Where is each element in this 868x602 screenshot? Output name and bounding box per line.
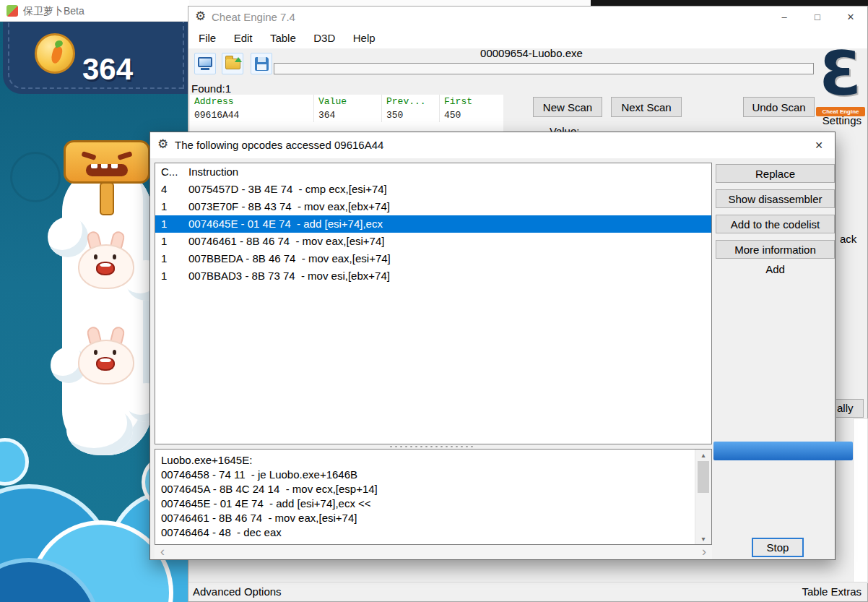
clipped-label: ack	[840, 233, 856, 245]
angry-sign	[64, 140, 150, 184]
opcode-row[interactable]: 10073E70F - 8B 43 74 - mov eax,[ebx+74]	[155, 198, 711, 215]
undo-scan-button[interactable]: Undo Scan	[743, 97, 815, 117]
found-table-header: AddressValuePrev...First	[190, 95, 503, 108]
sign-eye	[117, 151, 132, 160]
sign-post	[100, 182, 114, 215]
opcode-row-selected[interactable]: 10074645E - 01 4E 74 - add [esi+74],ecx	[155, 215, 711, 233]
disassembly-panel: Luobo.exe+1645E: 00746458 - 74 11 - je L…	[155, 449, 712, 545]
coin-count: 364	[82, 52, 133, 87]
coin-icon	[35, 33, 75, 74]
horizontal-scrollbar[interactable]: ‹ ›	[155, 545, 712, 559]
vertical-scrollbar[interactable]: ▴ ▾	[695, 450, 711, 544]
game-app-icon	[6, 5, 18, 17]
opcode-row[interactable]: 1007BBAD3 - 8B 73 74 - mov esi,[ebx+74]	[155, 267, 711, 285]
coin-panel: 364	[3, 22, 189, 94]
monitor-icon	[198, 57, 212, 67]
add-label[interactable]: Add	[716, 263, 835, 275]
ce-window-title: Cheat Engine 7.4	[212, 7, 295, 28]
scroll-left-icon[interactable]: ‹	[160, 545, 165, 559]
more-information-button[interactable]: More information	[716, 240, 835, 259]
game-window-title: 保卫萝卜Beta	[23, 0, 84, 22]
dialog-titlebar: ⚙ The following opcodes accessed 09616A4…	[150, 132, 835, 158]
show-disassembler-button[interactable]: Show disassembler	[716, 189, 835, 208]
dialog-close-icon[interactable]: ✕	[803, 132, 835, 158]
carrot-icon	[50, 46, 64, 65]
scan-progress-bar	[274, 63, 814, 74]
gear-icon: ⚙	[157, 137, 168, 152]
disassembly-line: 00746461 - 8B 46 74 - mov eax,[esi+74]	[161, 511, 706, 525]
scroll-right-icon[interactable]: ›	[702, 545, 706, 559]
top-strip-dark	[591, 0, 868, 6]
advanced-options-toggle[interactable]: Advanced Options	[193, 582, 282, 601]
found-label: Found:	[191, 82, 225, 95]
stop-button[interactable]: Stop	[752, 538, 804, 557]
dialog-title: The following opcodes accessed 09616A44	[175, 132, 383, 158]
ce-titlebar: ⚙ Cheat Engine 7.4 – □ ✕	[188, 7, 867, 28]
game-titlebar: 保卫萝卜Beta	[0, 0, 189, 22]
settings-link[interactable]: Settings	[823, 114, 862, 126]
leaf-icon	[54, 40, 64, 48]
menu-table[interactable]: Table	[263, 28, 303, 48]
table-extras-toggle[interactable]: Table Extras	[802, 582, 862, 601]
floppy-save-icon	[255, 57, 269, 71]
top-strip	[189, 0, 591, 6]
wave-cloud	[0, 438, 29, 486]
opcode-list-header: C...Instruction	[155, 163, 711, 181]
scrollbar-thumb[interactable]	[698, 461, 709, 493]
ce-logo-glyph: Ɛ	[814, 43, 867, 105]
found-address-table[interactable]: AddressValuePrev...First 09616A443643504…	[190, 95, 503, 132]
menu-d3d[interactable]: D3D	[306, 28, 342, 48]
close-icon[interactable]: ✕	[834, 7, 867, 28]
opcode-row[interactable]: 1007BBEDA - 8B 46 74 - mov eax,[esi+74]	[155, 250, 711, 267]
disassembly-line: 00746464 - 48 - dec eax	[161, 525, 706, 540]
background-swirl	[10, 152, 61, 202]
address-list-edge	[853, 418, 868, 583]
count-column-header: C...	[155, 163, 183, 181]
opcode-list: C...Instruction 40075457D - 3B 4E 74 - c…	[155, 163, 712, 444]
replace-button[interactable]: Replace	[716, 164, 835, 183]
sign-eye	[81, 151, 96, 160]
statusbar: Advanced Options Table Extras	[188, 582, 867, 601]
add-to-codelist-button[interactable]: Add to the codelist	[716, 215, 835, 233]
select-process-button[interactable]	[194, 53, 216, 74]
opcode-dialog: ⚙ The following opcodes accessed 09616A4…	[149, 132, 836, 560]
sign-mouth	[86, 164, 128, 176]
open-folder-icon	[225, 59, 240, 69]
maximize-icon[interactable]: □	[801, 7, 834, 28]
found-value: 1	[225, 82, 231, 95]
scroll-down-icon[interactable]: ▾	[695, 535, 711, 543]
disassembly-line: 0074645E - 01 4E 74 - add [esi+74],ecx <…	[161, 496, 706, 511]
disassembly-line: 00746458 - 74 11 - je Luobo.exe+1646B	[161, 468, 706, 482]
menu-edit[interactable]: Edit	[227, 28, 260, 48]
minimize-icon[interactable]: –	[768, 7, 801, 28]
menu-help[interactable]: Help	[346, 28, 383, 48]
gear-icon: ⚙	[195, 9, 206, 24]
next-scan-button[interactable]: Next Scan	[611, 97, 682, 117]
screen: 保卫萝卜Beta 364	[0, 0, 868, 602]
monster	[77, 334, 137, 386]
disassembly-line: 0074645A - 8B 4C 24 14 - mov ecx,[esp+14…	[161, 482, 706, 496]
monster	[77, 238, 137, 291]
selected-address-row[interactable]	[713, 442, 853, 460]
found-count: Found:1	[191, 82, 231, 95]
scroll-up-icon[interactable]: ▴	[695, 451, 711, 459]
found-table-row[interactable]: 09616A44364350450	[190, 108, 503, 122]
add-address-manually-button-clipped[interactable]: ally	[836, 399, 864, 418]
menu-file[interactable]: File	[191, 28, 223, 48]
attached-process-label: 00009654-Luobo.exe	[268, 47, 795, 59]
opcode-row[interactable]: 100746461 - 8B 46 74 - mov eax,[esi+74]	[155, 233, 711, 250]
menubar: File Edit Table D3D Help	[188, 28, 867, 48]
cheat-engine-logo: Ɛ Cheat Engine	[814, 43, 867, 116]
new-scan-button[interactable]: New Scan	[533, 97, 602, 117]
disassembly-line: Luobo.exe+1645E:	[161, 453, 706, 468]
open-table-button[interactable]	[222, 53, 243, 74]
instruction-column-header: Instruction	[183, 163, 238, 181]
opcode-row[interactable]: 40075457D - 3B 4E 74 - cmp ecx,[esi+74]	[155, 181, 711, 198]
